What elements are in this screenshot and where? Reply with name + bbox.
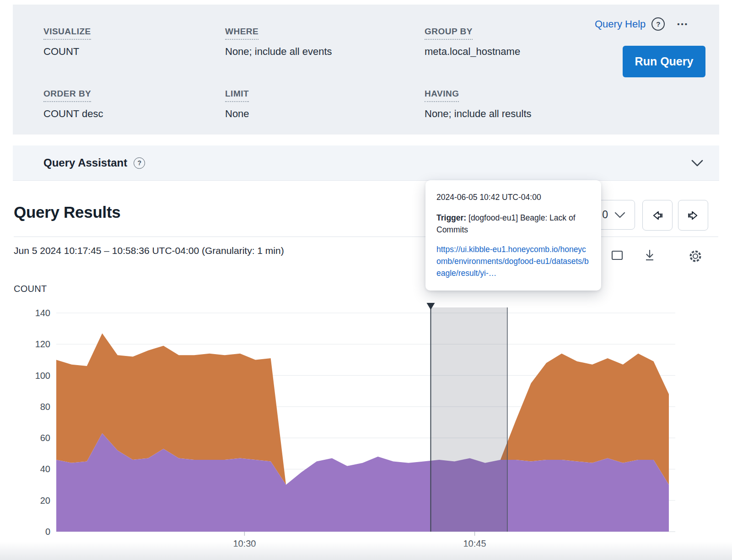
field-where[interactable]: WHERE None; include all events — [225, 27, 332, 58]
chevron-down-icon — [614, 212, 625, 218]
y-axis-tick-label: 20 — [40, 495, 50, 506]
chart-axis-title: COUNT — [14, 284, 47, 294]
next-time-window-button[interactable] — [678, 200, 708, 231]
time-range-text: Jun 5 2024 10:17:45 – 10:58:36 UTC-04:00… — [14, 245, 284, 256]
query-assistant-title: Query Assistant — [43, 156, 127, 169]
field-order-by[interactable]: ORDER BY COUNT desc — [43, 89, 103, 120]
count-chart[interactable]: 02040608010012014010:3010:45 — [14, 302, 682, 558]
tooltip-timestamp: 2024-06-05 10:42 UTC-04:00 — [436, 193, 590, 202]
y-axis-tick-label: 140 — [35, 308, 50, 318]
visualize-label: VISUALIZE — [43, 27, 91, 40]
y-axis-tick-label: 40 — [40, 464, 50, 474]
field-visualize[interactable]: VISUALIZE COUNT — [43, 27, 91, 58]
overflow-menu-icon[interactable]: ••• — [677, 20, 689, 28]
query-builder-panel: VISUALIZE COUNT WHERE None; include all … — [13, 5, 719, 135]
expand-view-icon[interactable] — [611, 250, 624, 261]
gear-icon[interactable] — [687, 248, 704, 264]
where-label: WHERE — [225, 27, 258, 40]
where-value[interactable]: None; include all events — [225, 46, 332, 58]
download-icon[interactable] — [642, 248, 657, 263]
tooltip-trigger-label: Trigger: — [436, 213, 466, 222]
y-axis-tick-label: 60 — [40, 433, 50, 443]
chevron-down-icon[interactable] — [691, 159, 704, 167]
run-query-button[interactable]: Run Query — [623, 46, 705, 77]
arrow-right-bar-icon — [686, 209, 700, 222]
query-assistant-bar[interactable]: Query Assistant ? — [13, 145, 719, 181]
tooltip-trigger-text: Trigger: [dogfood-eu1] Beagle: Lack of C… — [436, 212, 590, 236]
limit-label: LIMIT — [225, 89, 249, 102]
selection-region[interactable] — [431, 307, 507, 532]
y-axis-tick-label: 80 — [40, 402, 50, 412]
order-by-value[interactable]: COUNT desc — [43, 108, 103, 120]
help-question-icon[interactable]: ? — [651, 17, 665, 31]
y-axis-tick-label: 120 — [35, 339, 50, 349]
visualize-value[interactable]: COUNT — [43, 46, 91, 58]
results-divider — [14, 237, 718, 237]
field-limit[interactable]: LIMIT None — [225, 89, 249, 120]
query-page: VISUALIZE COUNT WHERE None; include all … — [0, 0, 732, 560]
y-axis-tick-label: 0 — [45, 527, 50, 537]
arrow-left-bar-icon — [651, 209, 664, 222]
field-group-by[interactable]: GROUP BY meta.local_hostname — [425, 27, 520, 58]
limit-value[interactable]: None — [225, 108, 249, 120]
bottom-scroll-band — [0, 542, 732, 560]
tooltip-trigger-link[interactable]: https://ui.kibble-eu1.honeycomb.io/honey… — [436, 243, 590, 280]
order-by-label: ORDER BY — [43, 89, 91, 102]
field-having[interactable]: HAVING None; include all results — [425, 89, 532, 120]
assistant-help-icon[interactable]: ? — [134, 157, 145, 169]
having-label: HAVING — [425, 89, 459, 102]
query-help-link[interactable]: Query Help — [595, 18, 646, 30]
group-by-value[interactable]: meta.local_hostname — [425, 46, 520, 58]
result-count-value: 0 — [602, 209, 608, 221]
chart-tooltip: 2024-06-05 10:42 UTC-04:00 Trigger: [dog… — [425, 180, 601, 291]
y-axis-tick-label: 100 — [35, 371, 50, 381]
page-title: Query Results — [14, 203, 120, 221]
previous-time-window-button[interactable] — [642, 200, 673, 231]
group-by-label: GROUP BY — [425, 27, 473, 40]
having-value[interactable]: None; include all results — [425, 108, 532, 120]
